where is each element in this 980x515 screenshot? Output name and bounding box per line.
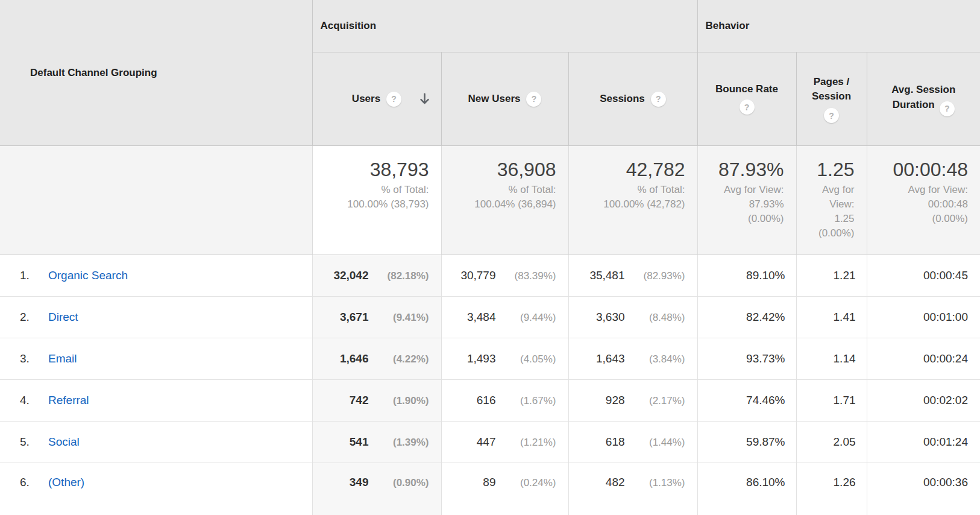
sessions-cell: 35,481(82.93%): [568, 255, 697, 297]
new-users-value: 1,493: [467, 352, 496, 365]
channel-cell: 2.Direct: [0, 297, 312, 338]
channel-link[interactable]: Social: [48, 435, 80, 448]
table-row: 5.Social 541(1.39%) 447(1.21%) 618(1.44%…: [0, 422, 980, 463]
users-total-subtext: % of Total:: [313, 183, 429, 197]
channel-link[interactable]: Email: [48, 352, 77, 365]
pages-session-cell: 1.14: [796, 338, 867, 380]
avg-session-duration-cell: 00:01:00: [867, 297, 980, 338]
help-icon[interactable]: ?: [940, 101, 955, 116]
bounce-rate-subtext: Avg for View:: [698, 183, 784, 197]
users-label: Users: [352, 93, 380, 105]
help-icon[interactable]: ?: [526, 92, 541, 107]
bounce-rate-avg: 87.93%: [698, 156, 784, 183]
users-percent: (4.22%): [369, 353, 429, 365]
column-header-new-users[interactable]: New Users ?: [441, 52, 568, 146]
users-value: 32,042: [333, 269, 368, 282]
sessions-cell: 928(2.17%): [568, 380, 697, 422]
sessions-value: 35,481: [589, 269, 624, 282]
summary-pages-session-cell: 1.25 Avg for View: 1.25 (0.00%): [796, 146, 867, 255]
sessions-label: Sessions: [600, 93, 645, 105]
help-icon[interactable]: ?: [651, 92, 666, 107]
channel-cell: 6.(Other): [0, 463, 312, 515]
avg-session-duration-cell: 00:02:02: [867, 380, 980, 422]
help-icon[interactable]: ?: [386, 92, 401, 107]
users-cell: 742(1.90%): [312, 380, 441, 422]
summary-row: 38,793 % of Total: 100.00% (38,793) 36,9…: [0, 146, 980, 255]
avg-session-duration-cell: 00:00:45: [867, 255, 980, 297]
summary-bounce-rate-cell: 87.93% Avg for View: 87.93% (0.00%): [697, 146, 796, 255]
new-users-cell: 30,779(83.39%): [441, 255, 568, 297]
users-value: 3,671: [340, 311, 369, 324]
pages-session-cell: 1.71: [796, 380, 867, 422]
sessions-value: 1,643: [596, 352, 625, 365]
bounce-rate-cell: 82.42%: [697, 297, 796, 338]
bounce-rate-cell: 59.87%: [697, 422, 796, 463]
users-value: 349: [350, 476, 369, 489]
channel-link[interactable]: Referral: [48, 394, 89, 406]
column-header-avg-session-duration[interactable]: Avg. Session Duration?: [867, 52, 980, 146]
new-users-percent: (0.24%): [496, 477, 556, 489]
table-row: 6.(Other) 349(0.90%) 89(0.24%) 482(1.13%…: [0, 463, 980, 515]
channel-cell: 4.Referral: [0, 380, 312, 422]
users-cell: 32,042(82.18%): [312, 255, 441, 297]
avg-session-duration-subtext: 00:00:48: [867, 197, 969, 212]
new-users-cell: 1,493(4.05%): [441, 338, 568, 380]
channel-grouping-table: Default Channel Grouping Acquisition Beh…: [0, 0, 980, 515]
table-row: 1.Organic Search 32,042(82.18%) 30,779(8…: [0, 255, 980, 297]
table-row: 3.Email 1,646(4.22%) 1,493(4.05%) 1,643(…: [0, 338, 980, 380]
bounce-rate-cell: 74.46%: [697, 380, 796, 422]
summary-sessions-cell: 42,782 % of Total: 100.00% (42,782): [568, 146, 697, 255]
group-header-acquisition: Acquisition: [312, 0, 697, 52]
row-index: 1.: [20, 269, 48, 282]
sessions-percent: (1.13%): [625, 477, 685, 489]
help-icon[interactable]: ?: [740, 100, 755, 115]
sessions-cell: 618(1.44%): [568, 422, 697, 463]
column-header-bounce-rate[interactable]: Bounce Rate ?: [697, 52, 796, 146]
channel-link[interactable]: Direct: [48, 311, 78, 323]
table-row: 2.Direct 3,671(9.41%) 3,484(9.44%) 3,630…: [0, 297, 980, 338]
pages-session-subtext: (0.00%): [797, 226, 855, 241]
new-users-total: 36,908: [442, 156, 556, 183]
bounce-rate-cell: 86.10%: [697, 463, 796, 515]
new-users-value: 3,484: [467, 311, 496, 324]
bounce-rate-label: Bounce Rate: [715, 83, 778, 95]
new-users-percent: (1.21%): [496, 437, 556, 449]
row-index: 3.: [20, 352, 48, 365]
bounce-rate-cell: 93.73%: [697, 338, 796, 380]
avg-session-duration-subtext: (0.00%): [867, 212, 969, 226]
sessions-value: 482: [606, 476, 625, 489]
users-value: 742: [350, 394, 369, 407]
help-icon[interactable]: ?: [824, 108, 839, 123]
channel-link[interactable]: Organic Search: [48, 269, 128, 282]
users-total: 38,793: [313, 156, 429, 183]
pages-session-avg: 1.25: [797, 156, 855, 183]
bounce-rate-subtext: 87.93%: [698, 197, 784, 212]
column-header-pages-session[interactable]: Pages / Session ?: [796, 52, 867, 146]
users-cell: 349(0.90%): [312, 463, 441, 515]
group-header-row: Default Channel Grouping Acquisition Beh…: [0, 0, 980, 52]
new-users-cell: 89(0.24%): [441, 463, 568, 515]
channel-link[interactable]: (Other): [48, 476, 84, 488]
channel-cell: 3.Email: [0, 338, 312, 380]
users-cell: 541(1.39%): [312, 422, 441, 463]
new-users-value: 30,779: [460, 269, 495, 282]
behavior-label: Behavior: [698, 20, 980, 32]
new-users-value: 616: [477, 394, 496, 407]
column-header-users[interactable]: Users ?: [312, 52, 441, 146]
column-header-sessions[interactable]: Sessions ?: [568, 52, 697, 146]
row-index: 2.: [20, 311, 48, 324]
new-users-percent: (83.39%): [496, 270, 556, 282]
column-header-default-channel-grouping[interactable]: Default Channel Grouping: [0, 0, 312, 146]
row-index: 4.: [20, 394, 48, 407]
users-value: 1,646: [340, 352, 369, 365]
group-header-behavior: Behavior: [697, 0, 980, 52]
sessions-cell: 3,630(8.48%): [568, 297, 697, 338]
avg-session-duration-cell: 00:00:24: [867, 338, 980, 380]
new-users-percent: (4.05%): [496, 353, 556, 365]
row-index: 5.: [20, 435, 48, 449]
channel-cell: 1.Organic Search: [0, 255, 312, 297]
sessions-total: 42,782: [569, 156, 685, 183]
bounce-rate-cell: 89.10%: [697, 255, 796, 297]
pages-session-subtext: Avg for: [797, 183, 855, 197]
avg-session-duration-avg: 00:00:48: [867, 156, 969, 183]
